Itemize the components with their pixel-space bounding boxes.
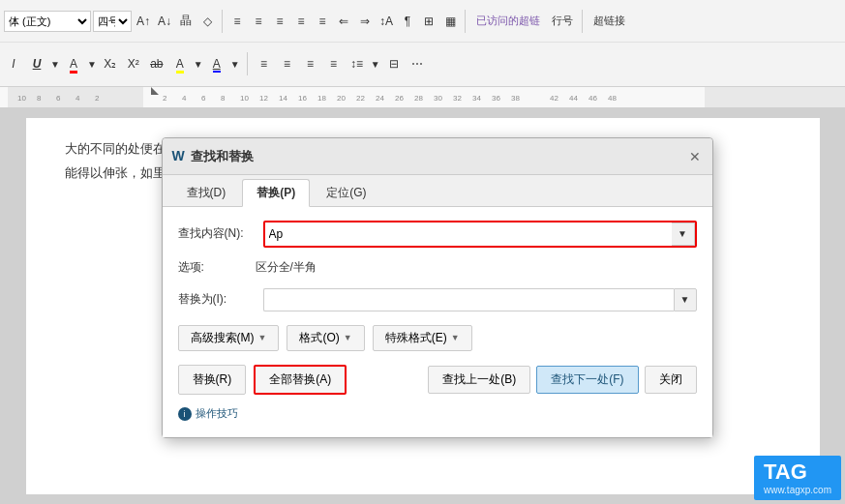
dialog-title-text: W 查找和替换 (172, 144, 254, 168)
tips-row[interactable]: i 操作技巧 (178, 404, 697, 424)
dialog-close-btn[interactable]: 关闭 (645, 366, 697, 394)
sort-btn[interactable]: ↕A (377, 13, 396, 30)
adv-search-btn[interactable]: 高级搜索(M) ▼ (178, 325, 280, 351)
replace-input[interactable] (263, 288, 674, 311)
find-dropdown-arrow[interactable]: ▼ (672, 222, 695, 246)
indent-btn1[interactable]: ⇐ (334, 13, 353, 30)
align-center-btn[interactable]: ≡ (278, 55, 297, 73)
svg-text:16: 16 (298, 94, 307, 103)
dialog-overlay: W 查找和替换 ✕ 查找(D) 替换(P) 定位(G) 查找内容(N): (26, 118, 820, 494)
align-btn1[interactable]: ≡ (270, 13, 289, 30)
dialog-titlebar: W 查找和替换 ✕ (163, 138, 712, 175)
ruler: 10 8 6 4 2 2 4 6 8 10 12 14 16 18 20 22 … (0, 87, 845, 108)
svg-text:4: 4 (75, 94, 80, 103)
font-color-icon: A (70, 57, 77, 74)
more-btn[interactable]: ⋯ (407, 55, 427, 73)
align-btn3[interactable]: ≡ (313, 13, 332, 30)
svg-text:38: 38 (511, 94, 520, 103)
options-row: 选项: 区分全/半角 (178, 257, 697, 279)
document-page: 大的不同的处便在于扮演了，通过演员的扮演，剧本中的电脑技术网 能得以伸张，如里抛… (26, 118, 820, 494)
svg-text:44: 44 (569, 94, 578, 103)
hyperlink-btn[interactable]: 超链接 (588, 12, 631, 30)
superscript-btn[interactable]: X² (124, 55, 143, 73)
line-spacing-btn[interactable]: ↕≡ (347, 55, 367, 73)
toolbar-row1: 体 (正文) 四号 A↑ A↓ 晶 ◇ ≡ ≡ ≡ ≡ ≡ ⇐ ⇒ ↕A ¶ ⊞… (0, 0, 845, 43)
align-justify-btn[interactable]: ≡ (324, 55, 344, 73)
tab-goto[interactable]: 定位(G) (312, 179, 380, 206)
font-color-btn[interactable]: A (64, 55, 83, 73)
clear-format-btn[interactable]: 晶 (176, 11, 196, 31)
line-spacing-arrow: ▼ (371, 59, 380, 70)
svg-text:24: 24 (376, 94, 384, 103)
svg-text:6: 6 (201, 94, 206, 103)
find-prev-btn[interactable]: 查找上一处(B) (428, 366, 530, 394)
strikethrough-btn[interactable]: ab (147, 55, 166, 73)
find-next-btn[interactable]: 查找下一处(F) (536, 366, 638, 394)
tag-site: www.tagxp.com (764, 485, 831, 496)
action-buttons-row: 替换(R) 全部替换(A) 查找上一处(B) 查找下一处(F) 关闭 (178, 365, 697, 395)
format-btn[interactable]: 格式(O) ▼ (287, 325, 364, 351)
ruler-svg: 10 8 6 4 2 2 4 6 8 10 12 14 16 18 20 22 … (8, 87, 845, 108)
italic-btn[interactable]: I (4, 55, 23, 73)
replace-input-wrap: ▼ (263, 288, 697, 311)
action-left: 替换(R) 全部替换(A) (178, 365, 347, 395)
svg-text:46: 46 (588, 94, 597, 103)
replace-all-btn[interactable]: 全部替换(A) (254, 365, 347, 395)
col-layout-btn[interactable]: ⊟ (384, 55, 404, 73)
font-decrease-btn[interactable]: A↓ (155, 13, 174, 30)
font-size-select[interactable]: 四号 (93, 11, 132, 32)
align-btn2[interactable]: ≡ (291, 13, 311, 30)
svg-text:8: 8 (37, 94, 42, 103)
special-format-label: 特殊格式(E) (385, 330, 447, 346)
tab-find[interactable]: 查找(D) (172, 179, 241, 206)
highlight-icon: A (176, 57, 184, 74)
underline-color-btn[interactable]: A (207, 55, 226, 73)
options-value: 区分全/半角 (256, 257, 317, 279)
svg-text:12: 12 (259, 94, 268, 103)
replace-dropdown-arrow[interactable]: ▼ (674, 288, 697, 311)
find-label: 查找内容(N): (178, 223, 256, 245)
svg-text:4: 4 (182, 94, 187, 103)
tab-replace[interactable]: 替换(P) (242, 179, 310, 207)
font-color-arrow: ▼ (87, 59, 97, 70)
svg-text:2: 2 (163, 94, 167, 103)
char-spacing-btn[interactable]: ◇ (197, 13, 217, 30)
advanced-buttons-row: 高级搜索(M) ▼ 格式(O) ▼ 特殊格式(E) ▼ (178, 325, 697, 351)
tag-watermark: TAG www.tagxp.com (754, 456, 841, 500)
svg-text:34: 34 (472, 94, 481, 103)
special-format-btn[interactable]: 特殊格式(E) ▼ (373, 325, 472, 351)
underline-icon: U (33, 57, 42, 71)
align-right-btn[interactable]: ≡ (301, 55, 320, 73)
underline-btn[interactable]: U (27, 55, 46, 73)
visited-link-btn[interactable]: 已访问的超链 (470, 12, 546, 30)
list-btn1[interactable]: ≡ (227, 13, 247, 30)
replace-btn[interactable]: 替换(R) (178, 365, 247, 395)
find-content-row: 查找内容(N): ▼ (178, 221, 697, 248)
separator1 (222, 10, 223, 33)
shading-btn[interactable]: ▦ (440, 13, 460, 30)
toolbar-row2: I U ▼ A ▼ X₂ X² ab A ▼ A ▼ ≡ ≡ ≡ ≡ ↕≡ ▼ … (0, 43, 845, 85)
svg-text:30: 30 (434, 94, 442, 103)
svg-text:48: 48 (608, 94, 617, 103)
svg-text:10: 10 (17, 94, 26, 103)
highlight-btn[interactable]: A (170, 55, 190, 73)
svg-text:28: 28 (414, 94, 423, 103)
action-right: 查找上一处(B) 查找下一处(F) 关闭 (428, 366, 696, 394)
list-btn2[interactable]: ≡ (249, 13, 268, 30)
strikethrough-icon: ab (150, 57, 163, 71)
subscript-btn[interactable]: X₂ (101, 55, 120, 73)
font-increase-btn[interactable]: A↑ (134, 13, 153, 30)
para-btn[interactable]: ¶ (398, 13, 417, 30)
svg-rect-1 (143, 87, 705, 108)
borders-btn[interactable]: ⊞ (419, 13, 438, 30)
replace-row: 替换为(I): ▼ (178, 288, 697, 311)
font-name-select[interactable]: 体 (正文) (4, 11, 91, 32)
svg-text:6: 6 (56, 94, 61, 103)
options-label: 选项: (178, 257, 256, 279)
align-left-btn[interactable]: ≡ (255, 55, 274, 73)
dialog-close-x-btn[interactable]: ✕ (687, 149, 703, 164)
find-input[interactable] (265, 222, 672, 246)
svg-text:2: 2 (95, 94, 100, 103)
indent-btn2[interactable]: ⇒ (355, 13, 375, 30)
underline-arrow: ▼ (50, 59, 60, 70)
